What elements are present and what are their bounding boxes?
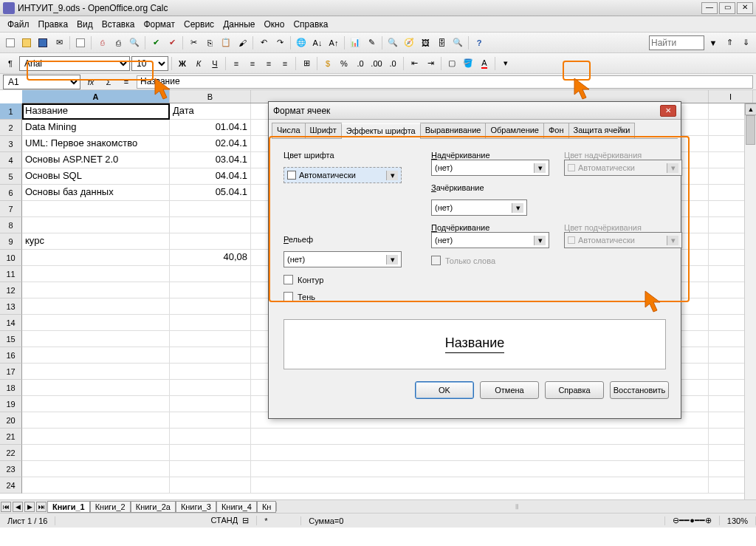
spellcheck-button[interactable]: ✔ — [148, 35, 163, 50]
cell[interactable] — [251, 477, 709, 494]
help-button[interactable]: ? — [472, 35, 487, 50]
fontcolor-button[interactable]: A — [477, 56, 492, 71]
cell[interactable]: курс — [22, 233, 170, 250]
strike-select[interactable]: (нет)▾ — [431, 199, 527, 216]
cell[interactable] — [22, 461, 170, 477]
find-next-button[interactable]: ▼ — [706, 35, 721, 50]
tab-font[interactable]: Шрифт — [305, 123, 342, 138]
cell[interactable] — [170, 396, 251, 412]
cell[interactable] — [170, 331, 251, 347]
chart-button[interactable]: 📊 — [348, 35, 362, 50]
cell[interactable]: 01.04.1 — [170, 120, 251, 136]
find-all-button[interactable]: ⇓ — [738, 35, 753, 50]
sort-asc-button[interactable]: A↓ — [310, 35, 325, 50]
indent-inc-button[interactable]: ⇥ — [423, 56, 438, 71]
row-header[interactable]: 21 — [0, 429, 22, 445]
navigator-button[interactable]: 🧭 — [402, 35, 416, 50]
cell[interactable] — [251, 429, 709, 445]
underline-select[interactable]: (нет)▾ — [431, 232, 549, 248]
cell[interactable] — [22, 217, 170, 233]
tab-background[interactable]: Фон — [543, 123, 569, 138]
cell[interactable] — [170, 201, 251, 217]
close-window-button[interactable]: ✕ — [737, 2, 753, 14]
cell[interactable] — [170, 461, 251, 477]
minimize-button[interactable]: — — [701, 2, 718, 14]
column-header[interactable]: B — [170, 90, 251, 103]
cell[interactable] — [170, 429, 251, 445]
ok-button[interactable]: OK — [415, 381, 474, 399]
cell[interactable] — [170, 347, 251, 364]
menu-edit[interactable]: Правка — [34, 18, 73, 31]
cell[interactable] — [170, 477, 251, 494]
menu-tools[interactable]: Сервис — [179, 18, 219, 31]
pdf-button[interactable]: ⎙ — [94, 35, 109, 50]
preview-button[interactable]: 🔍 — [127, 35, 142, 50]
row-header[interactable]: 14 — [0, 315, 22, 331]
cell[interactable] — [251, 445, 709, 461]
sheet-last-button[interactable]: ⏭ — [36, 502, 47, 512]
row-header[interactable]: 17 — [0, 364, 22, 380]
cell[interactable] — [22, 429, 170, 445]
row-header[interactable]: 2 — [0, 120, 22, 136]
bgcolor-button[interactable]: 🪣 — [461, 56, 475, 71]
save-button[interactable] — [35, 35, 50, 50]
cell-reference-input[interactable]: A1 — [3, 75, 80, 89]
tab-numbers[interactable]: Числа — [272, 123, 306, 138]
zoom-slider[interactable]: ⊖━━●━━⊕ — [665, 516, 720, 525]
sheet-tab[interactable]: Кн — [257, 501, 276, 513]
vertical-scrollbar[interactable]: ▲ — [744, 103, 756, 499]
shadow-checkbox[interactable]: Тень — [284, 292, 402, 301]
add-decimal-button[interactable]: .00 — [369, 56, 384, 71]
find-input[interactable] — [649, 35, 704, 50]
row-header[interactable]: 16 — [0, 347, 22, 364]
cell[interactable] — [170, 412, 251, 429]
new-doc-button[interactable] — [3, 35, 18, 50]
sum-button[interactable]: Σ — [101, 75, 116, 89]
cell[interactable] — [22, 331, 170, 347]
edit-button[interactable] — [73, 35, 88, 50]
equals-button[interactable]: = — [119, 75, 134, 89]
row-header[interactable]: 3 — [0, 136, 22, 152]
cell[interactable] — [170, 364, 251, 380]
sheet-next-button[interactable]: ▶ — [24, 502, 35, 512]
cell[interactable] — [22, 250, 170, 266]
menu-help[interactable]: Справка — [289, 18, 332, 31]
cell[interactable] — [22, 364, 170, 380]
row-header[interactable]: 10 — [0, 250, 22, 266]
row-header[interactable]: 9 — [0, 233, 22, 250]
align-right-button[interactable]: ≡ — [261, 56, 276, 71]
hscroll-track[interactable]: ⦀ — [277, 502, 756, 511]
menu-data[interactable]: Данные — [219, 18, 259, 31]
menu-format[interactable]: Формат — [139, 18, 179, 31]
outline-checkbox[interactable]: Контур — [284, 275, 402, 284]
row-header[interactable]: 23 — [0, 461, 22, 477]
scroll-thumb[interactable] — [746, 115, 755, 145]
column-header[interactable]: A — [22, 90, 170, 103]
auto-spell-button[interactable]: ✔ — [165, 35, 179, 50]
cell[interactable] — [22, 477, 170, 494]
tab-font-effects[interactable]: Эффекты шрифта — [341, 123, 421, 139]
menu-insert[interactable]: Вставка — [97, 18, 140, 31]
row-header[interactable]: 20 — [0, 412, 22, 429]
cell[interactable] — [22, 380, 170, 396]
row-header[interactable]: 18 — [0, 380, 22, 396]
align-justify-button[interactable]: ≡ — [278, 56, 292, 71]
row-header[interactable]: 8 — [0, 217, 22, 233]
more-button[interactable]: ▾ — [498, 56, 513, 71]
align-center-button[interactable]: ≡ — [245, 56, 260, 71]
cell[interactable] — [22, 412, 170, 429]
cell[interactable] — [22, 347, 170, 364]
currency-button[interactable]: $ — [320, 56, 335, 71]
cell[interactable]: Основы ASP.NET 2.0 — [22, 152, 170, 168]
row-header[interactable]: 7 — [0, 201, 22, 217]
sheet-tab[interactable]: Книги_2 — [90, 501, 131, 513]
cell[interactable] — [22, 298, 170, 315]
cell[interactable] — [22, 266, 170, 282]
font-color-select[interactable]: Автоматически ▾ — [284, 167, 402, 183]
cell[interactable] — [170, 315, 251, 331]
menu-view[interactable]: Вид — [72, 18, 97, 31]
merge-cells-button[interactable]: ⊞ — [299, 56, 314, 71]
row-header[interactable]: 1 — [0, 103, 22, 120]
tab-alignment[interactable]: Выравнивание — [420, 123, 487, 138]
number-fmt-button[interactable]: .0 — [353, 56, 368, 71]
